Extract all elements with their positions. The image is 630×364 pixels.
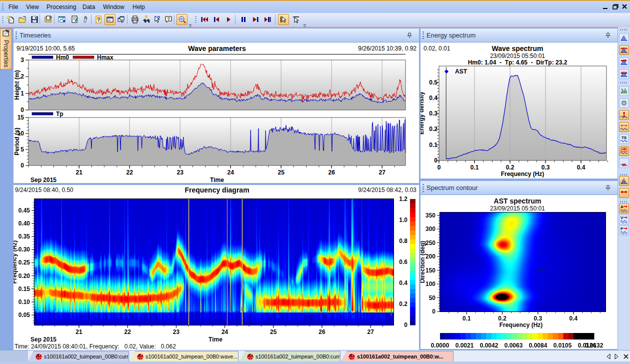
svg-text:0.02, 0.01: 0.02, 0.01 <box>424 45 450 52</box>
svg-text:Sep 2015: Sep 2015 <box>30 336 56 343</box>
svg-text:0.2: 0.2 <box>429 126 438 132</box>
svg-text:25: 25 <box>270 328 277 336</box>
svg-text:0.1: 0.1 <box>470 164 479 171</box>
svg-text:?: ? <box>97 16 100 22</box>
svg-text:Direction (deg): Direction (deg) <box>420 241 426 284</box>
svg-text:24: 24 <box>228 169 234 176</box>
svg-text:AST spectrum: AST spectrum <box>494 197 542 205</box>
svg-text:26: 26 <box>318 328 326 336</box>
svg-text:0.40: 0.40 <box>18 220 30 227</box>
svg-text:21: 21 <box>76 328 82 336</box>
svg-text:1.2: 1.2 <box>399 196 408 202</box>
svg-text:0.15: 0.15 <box>18 286 30 292</box>
svg-text:0.0063: 0.0063 <box>504 342 523 349</box>
svg-text:A: A <box>620 204 624 209</box>
svg-text:0.1: 0.1 <box>462 315 471 322</box>
svg-text:9/24/2015 08:40, 0.50: 9/24/2015 08:40, 0.50 <box>15 186 74 194</box>
svg-text:0.1: 0.1 <box>429 142 438 148</box>
svg-text:AST: AST <box>455 68 468 75</box>
svg-text:Frequency (Hz): Frequency (Hz) <box>14 240 18 284</box>
svg-text:27: 27 <box>379 169 386 176</box>
svg-text:0.0105: 0.0105 <box>554 342 572 349</box>
svg-text:5: 5 <box>20 146 24 153</box>
svg-text:0.3: 0.3 <box>429 110 438 117</box>
svg-text:0.5: 0.5 <box>429 79 438 86</box>
svg-text:0.0084: 0.0084 <box>529 342 548 349</box>
svg-text:0.8: 0.8 <box>399 238 408 244</box>
svg-text:22: 22 <box>124 328 132 336</box>
svg-text:1: 1 <box>20 90 24 97</box>
svg-text:Frequency (Hz): Frequency (Hz) <box>500 322 543 328</box>
svg-text:Wave spectrum: Wave spectrum <box>492 44 544 52</box>
svg-text:TS: TS <box>622 136 627 140</box>
svg-text:3: 3 <box>20 56 24 64</box>
svg-text:50: 50 <box>429 294 436 302</box>
svg-text:0.35: 0.35 <box>18 233 30 240</box>
svg-text:9/26/2015 10:39, 0.92: 9/26/2015 10:39, 0.92 <box>358 45 416 52</box>
svg-text:0.4: 0.4 <box>570 315 578 322</box>
svg-text:0: 0 <box>438 164 441 171</box>
svg-text:0.0042: 0.0042 <box>480 342 498 349</box>
svg-text:1.0: 1.0 <box>399 216 408 224</box>
svg-text:24: 24 <box>222 328 228 336</box>
svg-text:Time: Time <box>210 176 224 183</box>
svg-text:27: 27 <box>368 328 374 336</box>
svg-text:0: 0 <box>432 308 436 315</box>
svg-text:0.6: 0.6 <box>399 258 408 266</box>
svg-text:0.10: 0.10 <box>18 298 30 306</box>
svg-text:250: 250 <box>426 240 436 246</box>
svg-text:23/09/2015 05:50:01: 23/09/2015 05:50:01 <box>490 52 545 60</box>
svg-text:0.2: 0.2 <box>399 300 408 308</box>
svg-text:Hm0: 1.04 - Tp: 4.65 - Dir: Hm0: 1.04 - Tp: 4.65 - DirTp: 23.2 <box>468 59 568 66</box>
svg-text:23/09/2015 05:50:01: 23/09/2015 05:50:01 <box>490 205 545 212</box>
svg-text:Height (m): Height (m) <box>14 70 20 100</box>
svg-text:150: 150 <box>426 267 436 274</box>
svg-text:Frequency (Hz): Frequency (Hz) <box>501 170 544 178</box>
svg-text:0.4: 0.4 <box>399 280 408 286</box>
svg-text:Energy density: Energy density <box>420 92 425 134</box>
svg-text:0.0132: 0.0132 <box>585 342 604 349</box>
svg-text:Tp: Tp <box>56 110 64 118</box>
svg-text:Time: Time <box>208 336 222 343</box>
svg-text:P: P <box>620 226 624 231</box>
svg-text:⚙: ⚙ <box>621 99 628 107</box>
svg-text:0.25: 0.25 <box>18 259 30 266</box>
svg-text:0: 0 <box>20 162 24 169</box>
svg-text:0.4: 0.4 <box>429 94 438 102</box>
svg-text:21: 21 <box>76 169 83 176</box>
svg-text:V: V <box>620 216 624 220</box>
svg-text:2: 2 <box>20 73 24 80</box>
svg-text:350: 350 <box>426 212 436 219</box>
svg-text:100: 100 <box>426 280 436 288</box>
svg-text:Sep 2015: Sep 2015 <box>30 176 56 183</box>
svg-text:23: 23 <box>177 169 184 176</box>
svg-text:23: 23 <box>173 328 180 336</box>
svg-text:Period (s): Period (s) <box>14 128 20 155</box>
svg-text:0.2: 0.2 <box>498 315 506 322</box>
svg-text:200: 200 <box>426 253 436 260</box>
svg-text:0: 0 <box>434 157 438 164</box>
svg-text:0.2: 0.2 <box>506 164 514 171</box>
svg-text:25: 25 <box>278 169 285 176</box>
svg-text:?: ? <box>167 16 170 22</box>
svg-text:0.0021: 0.0021 <box>456 342 474 349</box>
svg-text:22: 22 <box>126 169 134 176</box>
svg-text:0.4: 0.4 <box>577 164 586 171</box>
svg-text:Wave parameters: Wave parameters <box>188 44 246 52</box>
svg-text:300: 300 <box>426 226 436 232</box>
svg-text:0.3: 0.3 <box>534 315 542 322</box>
svg-text:0: 0 <box>20 106 24 114</box>
svg-text:26: 26 <box>328 169 336 176</box>
svg-text:0.05: 0.05 <box>18 312 30 318</box>
svg-text:0.0000: 0.0000 <box>431 342 450 349</box>
svg-text:15: 15 <box>18 114 24 121</box>
svg-text:0: 0 <box>404 322 408 328</box>
svg-text:0.45: 0.45 <box>18 207 30 214</box>
svg-text:0.3: 0.3 <box>542 164 550 171</box>
svg-text:Time: 24/09/2015 08:40:01, Fre: Time: 24/09/2015 08:40:01, Frequency: 0.… <box>14 343 176 350</box>
svg-text:?: ? <box>157 16 160 21</box>
svg-text:9/24/2015 08:42, 0.03: 9/24/2015 08:42, 0.03 <box>358 186 416 194</box>
svg-text:0.30: 0.30 <box>18 246 30 253</box>
svg-text:9/19/2015 10:00, 5.65: 9/19/2015 10:00, 5.65 <box>16 45 75 52</box>
svg-text:Frequency diagram: Frequency diagram <box>184 186 249 194</box>
